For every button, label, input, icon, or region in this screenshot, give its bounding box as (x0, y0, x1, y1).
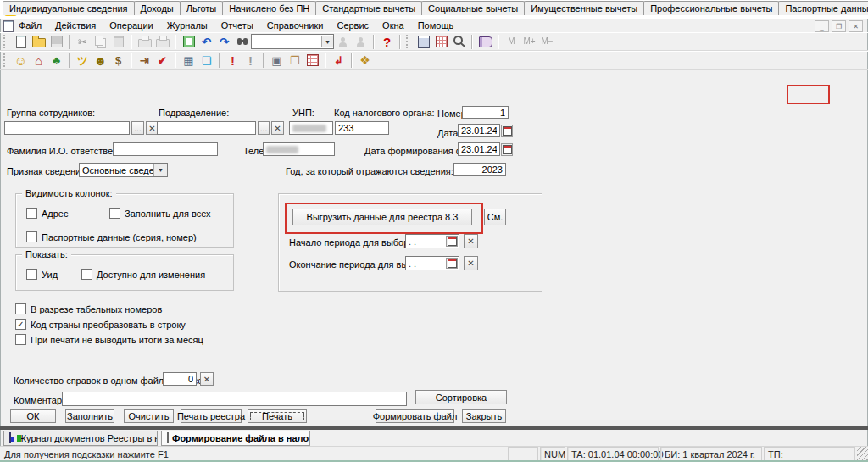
period-end-field[interactable]: . . (405, 256, 459, 270)
tab-incomes[interactable]: Доходы (134, 1, 181, 15)
page-turn-button[interactable]: ❐ (286, 53, 303, 68)
fill-button[interactable]: Заполнить (65, 409, 114, 423)
number-field[interactable] (462, 106, 509, 119)
redo-button[interactable]: ↷ (215, 34, 233, 49)
employee-button[interactable]: ⌂ (30, 53, 47, 68)
nature-button[interactable]: ♣ (47, 53, 65, 68)
view-button[interactable] (180, 34, 198, 49)
new-button[interactable] (12, 34, 30, 49)
export-registry-button[interactable]: Выгрузить данные для реестра 8.3 (292, 209, 472, 225)
checkbox-box[interactable] (109, 208, 120, 219)
import-button[interactable]: ↲ (330, 53, 348, 68)
memory-plus-button[interactable]: M+ (520, 34, 538, 49)
save-all-button[interactable]: ▣ (268, 53, 286, 68)
reference-book-button[interactable] (476, 34, 494, 49)
employee-group-browse-button[interactable]: ... (131, 121, 144, 135)
tab-professional-deductions[interactable]: Профессиональные вычеты (643, 1, 779, 15)
period-start-clear-button[interactable]: ✕ (464, 234, 478, 248)
tab-standard-deductions[interactable]: Стандартные вычеты (315, 1, 422, 15)
exit-button[interactable]: ⇥ (136, 53, 153, 68)
taskbar-tab-file-forming[interactable]: Формирование файла в налогову... (161, 431, 310, 446)
menu-actions[interactable]: Действия (55, 20, 96, 31)
tab-social-deductions[interactable]: Социальные вычеты (421, 1, 525, 15)
find-button[interactable] (233, 34, 251, 49)
period-end-calendar-button[interactable] (446, 258, 458, 269)
menu-operations[interactable]: Операции (109, 20, 153, 31)
document-button[interactable]: ❏ (198, 53, 215, 68)
checkbox-by-personnel-numbers[interactable]: В разрезе табельных номеров (15, 303, 162, 314)
red-exclamation-button[interactable]: ! (224, 53, 242, 68)
chevron-down-icon[interactable]: ▼ (321, 36, 333, 47)
copy-button[interactable] (92, 34, 109, 49)
settings-button[interactable]: ❖ (356, 53, 374, 68)
checkbox-no-month-totals[interactable]: При печати не выводить итоги за месяц (15, 334, 203, 345)
tab-accrued[interactable]: Начислено без ПН (222, 1, 316, 15)
checkbox-uid[interactable]: Уид (26, 269, 58, 280)
paste-button[interactable] (109, 34, 127, 49)
checkbox-box[interactable]: ✓ (15, 319, 26, 330)
print-button[interactable] (136, 34, 153, 49)
ok-button[interactable]: ОК (10, 409, 56, 423)
mdi-minimize-button[interactable]: _ (815, 20, 829, 32)
period-start-calendar-button[interactable] (446, 236, 458, 247)
file-date-calendar-button[interactable] (501, 143, 513, 156)
tab-individual-info[interactable]: Индивидуальные сведения (3, 1, 135, 15)
date-field[interactable] (458, 124, 500, 137)
resize-grip[interactable] (857, 447, 868, 461)
grid-button[interactable]: ▦ (180, 53, 198, 68)
comment-field[interactable] (62, 392, 407, 406)
menu-windows[interactable]: Окна (382, 20, 404, 31)
undo-button[interactable]: ↶ (198, 34, 215, 49)
checkbox-editable[interactable]: Доступно для изменения (81, 269, 205, 280)
tab-property-deductions[interactable]: Имущественные вычеты (524, 1, 644, 15)
chevron-down-icon[interactable]: ▼ (153, 164, 167, 176)
gray-exclamation-button[interactable]: ! (242, 53, 259, 68)
search-input[interactable] (252, 36, 321, 47)
mdi-close-button[interactable]: ✕ (849, 20, 863, 32)
checkbox-box[interactable] (15, 303, 26, 314)
print-registry-button[interactable]: Печать реестра (181, 409, 242, 423)
checkbox-country-code-to-string[interactable]: ✓ Код страны преобразовать в строку (15, 319, 186, 330)
phone-field[interactable] (263, 142, 335, 156)
taskbar-tab-journal[interactable]: Журнал документов Реестры в нало... (3, 431, 158, 446)
menu-service[interactable]: Сервис (337, 20, 369, 31)
menu-journals[interactable]: Журналы (167, 20, 208, 31)
checkbox-box[interactable] (26, 269, 37, 280)
form-file-button[interactable]: Формировать файл (376, 409, 454, 423)
tab-benefits[interactable]: Льготы (180, 1, 224, 15)
cool-face-button[interactable]: ☻ (92, 53, 109, 68)
responsible-field[interactable] (113, 142, 218, 156)
close-form-button[interactable]: Закрыть (462, 409, 506, 423)
sort-button[interactable]: Сортировка (415, 390, 507, 404)
menu-references[interactable]: Справочники (267, 20, 324, 31)
checkbox-passport-data[interactable]: Паспортные данные (серия, номер) (26, 231, 197, 242)
smiley-button[interactable]: ☺ (12, 53, 30, 68)
per-file-count-clear-button[interactable]: ✕ (200, 372, 214, 386)
menu-reports[interactable]: Отчеты (221, 20, 253, 31)
division-browse-button[interactable]: ... (258, 121, 270, 135)
red-table-button[interactable] (303, 53, 321, 68)
year-field[interactable] (453, 163, 506, 176)
cut-button[interactable]: ✂ (74, 34, 92, 49)
period-end-clear-button[interactable]: ✕ (464, 256, 478, 270)
password-button[interactable] (450, 34, 468, 49)
per-file-count-field[interactable] (163, 372, 197, 386)
help-button[interactable]: ? (378, 34, 396, 49)
table-button[interactable] (432, 34, 450, 49)
checkbox-address[interactable]: Адрес (26, 208, 69, 219)
save-button[interactable] (47, 34, 65, 49)
file-date-field[interactable] (458, 142, 500, 156)
money-button[interactable]: $ (109, 53, 127, 68)
menu-help[interactable]: Помощь (418, 20, 454, 31)
division-field[interactable] (157, 121, 256, 135)
calculator-button[interactable] (415, 34, 432, 49)
checkbox-box[interactable] (15, 334, 26, 345)
division-clear-button[interactable]: ✕ (271, 121, 284, 135)
checkbox-box[interactable] (26, 208, 37, 219)
period-start-field[interactable]: . . (405, 234, 459, 248)
info-kind-select[interactable]: Основные сведения ▼ (79, 163, 168, 177)
tax-office-code-field[interactable] (335, 121, 389, 135)
clear-button[interactable]: Очистить (124, 409, 174, 423)
open-button[interactable] (30, 34, 47, 49)
check-button[interactable]: ✔ (153, 53, 171, 68)
